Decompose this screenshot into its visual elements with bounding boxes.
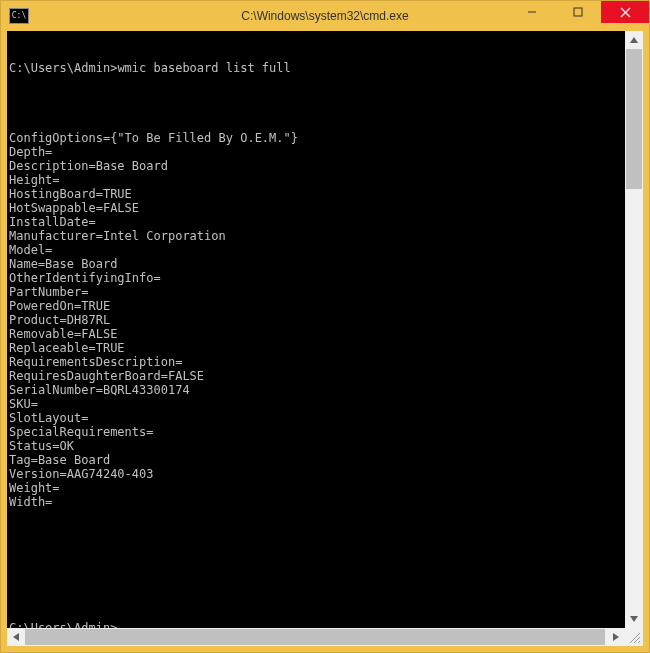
scroll-up-button[interactable] — [625, 31, 643, 49]
titlebar[interactable]: C:\ C:\Windows\system32\cmd.exe — [1, 1, 649, 31]
output-line: Replaceable=TRUE — [9, 341, 625, 355]
output-line: Status=OK — [9, 439, 625, 453]
output-line: Manufacturer=Intel Corporation — [9, 229, 625, 243]
close-button[interactable] — [601, 1, 649, 23]
output-line: ConfigOptions={"To Be Filled By O.E.M."} — [9, 131, 625, 145]
vertical-scrollbar[interactable] — [625, 31, 643, 628]
output-line: Tag=Base Board — [9, 453, 625, 467]
output-line: PoweredOn=TRUE — [9, 299, 625, 313]
scroll-corner — [625, 628, 643, 646]
output-line: Product=DH87RL — [9, 313, 625, 327]
output-line — [9, 103, 625, 117]
output-line: RequirementsDescription= — [9, 355, 625, 369]
horizontal-scrollbar[interactable] — [7, 628, 643, 646]
blank-line — [9, 579, 625, 593]
output-line: Weight= — [9, 481, 625, 495]
blank-line — [9, 537, 625, 551]
cmd-icon-label: C:\ — [12, 12, 26, 20]
output-line: SpecialRequirements= — [9, 425, 625, 439]
output-line: OtherIdentifyingInfo= — [9, 271, 625, 285]
scroll-right-button[interactable] — [607, 628, 625, 646]
output-line: HotSwappable=FALSE — [9, 201, 625, 215]
command: wmic baseboard list full — [117, 61, 290, 75]
output-line: PartNumber= — [9, 285, 625, 299]
scroll-left-button[interactable] — [7, 628, 25, 646]
vertical-scroll-track[interactable] — [625, 49, 643, 610]
svg-rect-1 — [574, 8, 582, 16]
output: ConfigOptions={"To Be Filled By O.E.M."}… — [9, 103, 625, 509]
output-line — [9, 117, 625, 131]
output-line: RequiresDaughterBoard=FALSE — [9, 369, 625, 383]
vertical-scroll-thumb[interactable] — [626, 49, 642, 189]
window-controls — [509, 1, 649, 23]
cmd-window: C:\ C:\Windows\system32\cmd.exe C:\Users… — [0, 0, 650, 653]
prompt-line: C:\Users\Admin>wmic baseboard list full — [9, 61, 625, 75]
prompt-line: C:\Users\Admin> — [9, 621, 625, 628]
output-line: SlotLayout= — [9, 411, 625, 425]
svg-line-3 — [621, 8, 630, 17]
output-line: Removable=FALSE — [9, 327, 625, 341]
output-line: Width= — [9, 495, 625, 509]
scroll-down-button[interactable] — [625, 610, 643, 628]
output-line: Name=Base Board — [9, 257, 625, 271]
minimize-button[interactable] — [509, 1, 555, 23]
terminal[interactable]: C:\Users\Admin>wmic baseboard list full … — [7, 31, 625, 628]
horizontal-scroll-thumb[interactable] — [25, 629, 605, 645]
output-line: Height= — [9, 173, 625, 187]
horizontal-scroll-track[interactable] — [25, 628, 607, 646]
output-line: InstallDate= — [9, 215, 625, 229]
output-line: HostingBoard=TRUE — [9, 187, 625, 201]
output-line: Model= — [9, 243, 625, 257]
resize-grip-icon[interactable] — [627, 630, 641, 644]
prompt: C:\Users\Admin> — [9, 61, 117, 75]
output-line: Depth= — [9, 145, 625, 159]
svg-line-6 — [638, 641, 640, 643]
prompt: C:\Users\Admin> — [9, 621, 117, 628]
output-line: Description=Base Board — [9, 159, 625, 173]
output-line: Version=AAG74240-403 — [9, 467, 625, 481]
output-line: SerialNumber=BQRL43300174 — [9, 383, 625, 397]
terminal-area: C:\Users\Admin>wmic baseboard list full … — [7, 31, 643, 628]
cmd-icon: C:\ — [9, 8, 29, 24]
svg-line-2 — [621, 8, 630, 17]
maximize-button[interactable] — [555, 1, 601, 23]
output-line: SKU= — [9, 397, 625, 411]
